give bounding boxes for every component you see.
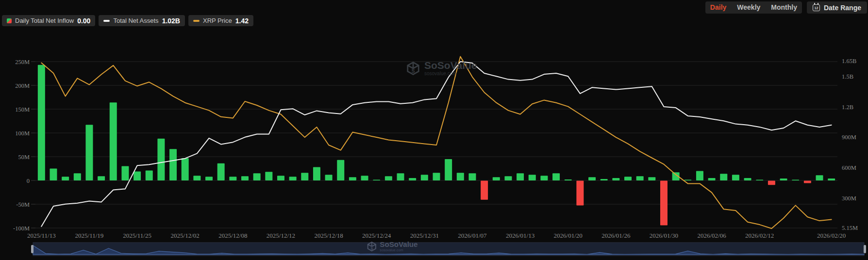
right-axis-label: 1.2B <box>842 104 853 111</box>
inflow-bar <box>552 173 560 180</box>
left-axis-label: 200M <box>15 82 30 89</box>
inflow-bar <box>265 172 272 180</box>
inflow-bar <box>457 173 464 180</box>
inflow-bar <box>576 181 584 206</box>
inflow-bar <box>816 175 823 180</box>
datazoom-right-handle[interactable] <box>864 245 866 253</box>
inflow-bar <box>85 125 93 180</box>
left-axis-label: 150M <box>15 106 30 113</box>
right-axis-label: 300M <box>842 195 856 202</box>
inflow-bar <box>98 176 105 180</box>
inflow-bar <box>744 178 751 180</box>
x-axis-date-label: 2026/01/20 <box>554 232 583 239</box>
inflow-bar <box>601 179 608 180</box>
inflow-bar <box>253 173 261 180</box>
inflow-bar <box>313 167 320 180</box>
inflow-bar <box>517 173 524 180</box>
inflow-bar <box>182 158 189 180</box>
left-axis-label: -50M <box>16 201 30 208</box>
inflow-bar <box>38 65 45 180</box>
inflow-bar <box>493 177 500 180</box>
xrp-etf-chart-widget: Daily Weekly Monthly 12 Date Range Daily… <box>0 0 868 260</box>
inflow-bar <box>110 102 117 180</box>
x-axis-date-label: 2025/11/25 <box>123 232 151 239</box>
inflow-bar <box>612 178 619 180</box>
inflow-bar <box>684 180 691 181</box>
inflow-bar <box>349 177 356 180</box>
right-axis-label: 600M <box>842 164 856 171</box>
inflow-bar <box>229 177 236 180</box>
x-axis-date-label: 2026/01/07 <box>458 232 487 239</box>
inflow-bar <box>157 139 165 180</box>
inflow-bar <box>433 173 440 180</box>
inflow-bar <box>397 173 404 180</box>
inflow-bar <box>804 181 811 183</box>
inflow-bar <box>325 175 333 180</box>
inflow-bar <box>361 176 368 180</box>
inflow-bar <box>74 173 81 180</box>
inflow-bar <box>277 176 284 180</box>
inflow-bar <box>780 179 787 180</box>
inflow-bar <box>193 176 200 180</box>
inflow-bar <box>421 175 428 180</box>
right-axis-label: 1.65B <box>842 58 856 65</box>
x-axis-date-label: 2026/01/13 <box>506 232 534 239</box>
inflow-bar <box>588 177 596 180</box>
inflow-bar <box>768 181 775 185</box>
x-axis-date-label: 2026/02/20 <box>817 232 846 239</box>
x-axis-date-label: 2025/12/12 <box>267 232 295 239</box>
right-axis-label: 5.15M <box>842 225 858 231</box>
left-axis-label: -100M <box>13 225 30 232</box>
x-axis-date-label: 2026/01/26 <box>601 232 631 239</box>
x-axis-date-label: 2026/02/06 <box>697 232 726 239</box>
inflow-bar <box>792 180 799 181</box>
inflow-bar <box>624 177 632 180</box>
inflow-bar <box>660 181 668 226</box>
x-axis-date-label: 2025/11/19 <box>75 232 104 239</box>
x-axis-date-label: 2025/12/02 <box>171 232 200 239</box>
inflow-bar <box>50 169 57 181</box>
left-axis-label: 100M <box>15 130 30 137</box>
inflow-bar <box>696 171 703 180</box>
inflow-bar <box>337 160 344 180</box>
right-axis-label: 1.5B <box>842 73 853 80</box>
inflow-bar <box>301 173 308 180</box>
inflow-bar <box>540 176 548 180</box>
x-axis-date-label: 2025/12/08 <box>218 232 247 239</box>
left-axis-label: 0 <box>27 178 30 184</box>
x-axis-date-label: 2025/11/13 <box>27 232 56 239</box>
inflow-bar <box>217 163 225 180</box>
inflow-bar <box>205 177 213 180</box>
inflow-bar <box>756 180 763 181</box>
main-chart-canvas[interactable]: 250M200M150M100M50M0-50M-100M1.65B1.5B1.… <box>0 0 868 260</box>
inflow-bar <box>732 175 739 180</box>
right-axis-label: 900M <box>842 134 856 141</box>
x-axis-date-label: 2026/01/30 <box>650 232 678 239</box>
x-axis-date-label: 2025/12/24 <box>362 232 391 239</box>
inflow-bar <box>445 159 452 180</box>
x-axis-date-label: 2026/02/12 <box>745 232 774 239</box>
inflow-bar <box>468 173 476 180</box>
inflow-bar <box>636 176 644 180</box>
inflow-bar <box>121 166 129 180</box>
left-axis-label: 50M <box>18 154 30 161</box>
inflow-bar <box>289 177 297 180</box>
inflow-bar <box>481 181 488 200</box>
inflow-bar <box>720 174 727 180</box>
inflow-bar <box>62 177 69 180</box>
inflow-bar <box>648 177 655 180</box>
inflow-bar <box>385 176 392 180</box>
x-axis-date-label: 2025/12/18 <box>314 232 343 239</box>
inflow-bar <box>134 171 141 180</box>
inflow-bar <box>504 176 512 180</box>
inflow-bar <box>373 180 380 181</box>
x-axis-date-label: 2025/12/31 <box>410 232 439 239</box>
inflow-bar <box>409 178 416 180</box>
left-axis-label: 250M <box>15 59 30 65</box>
inflow-bar <box>565 179 572 180</box>
inflow-bar <box>241 176 249 180</box>
datazoom-left-handle[interactable] <box>31 245 33 253</box>
inflow-bar <box>146 170 153 180</box>
inflow-bar <box>529 175 536 180</box>
inflow-bar <box>708 178 716 180</box>
